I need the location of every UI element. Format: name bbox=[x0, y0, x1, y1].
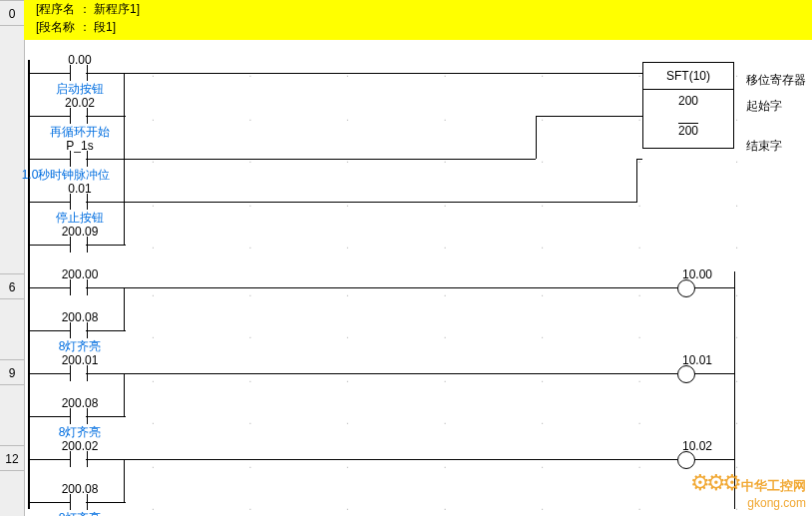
grid-dots: . . . . . . . . . . . . . bbox=[152, 329, 812, 340]
function-operand-start: 200 bbox=[643, 90, 733, 112]
contact-address: P_1s bbox=[50, 139, 110, 153]
contact-address: 200.08 bbox=[50, 310, 110, 324]
program-header: [程序名 ： 新程序1] [段名称 ： 段1] bbox=[24, 0, 812, 40]
section-name: [段名称 ： 段1] bbox=[36, 18, 800, 36]
contact-address: 20.02 bbox=[50, 96, 110, 110]
grid-dots: . . . . . . . . . . . bbox=[152, 198, 812, 209]
gear-icon: ⚙⚙⚙ bbox=[690, 470, 738, 495]
wire bbox=[124, 373, 677, 374]
coil-address: 10.01 bbox=[662, 353, 712, 367]
coil-address: 10.00 bbox=[662, 267, 712, 281]
wire bbox=[124, 287, 677, 288]
wire bbox=[636, 159, 637, 202]
grid-dots: . . . . . . . . . . . . . bbox=[152, 287, 812, 298]
rung-number: 0 bbox=[0, 0, 24, 26]
program-name: [程序名 ： 新程序1] bbox=[36, 0, 800, 18]
main-area: [程序名 ： 新程序1] [段名称 ： 段1] . . . . . . . . … bbox=[24, 0, 812, 516]
operand-desc-end: 结束字 bbox=[746, 138, 782, 155]
contact-address: 200.08 bbox=[50, 396, 110, 410]
wire bbox=[694, 373, 734, 374]
grid-dots: . . . . . . . . . . . . . bbox=[152, 373, 812, 384]
rung-number: 9 bbox=[0, 359, 24, 385]
wire bbox=[124, 73, 642, 74]
rung-number: 12 bbox=[0, 445, 24, 471]
coil-1001[interactable] bbox=[677, 365, 695, 383]
contact-address: 0.01 bbox=[50, 182, 110, 196]
wire bbox=[536, 116, 642, 117]
grid-dots: . . . . . . . . . . . . . bbox=[152, 240, 812, 251]
rung-gutter: 0 6 9 12 bbox=[0, 0, 25, 516]
rung-number: 6 bbox=[0, 273, 24, 299]
function-name: SFT(10) bbox=[643, 63, 733, 90]
contact-label: 8灯齐亮 bbox=[30, 510, 130, 516]
contact-address: 200.08 bbox=[50, 482, 110, 496]
ladder-diagram[interactable]: . . . . . . . . . . . . . . . . . . . . … bbox=[24, 40, 812, 509]
coil-1002[interactable] bbox=[677, 451, 695, 469]
plc-ladder-editor: 0 6 9 12 [程序名 ： 新程序1] [段名称 ： 段1] . . . .… bbox=[0, 0, 812, 516]
grid-dots: . . . . . . . . . . . . . bbox=[152, 459, 812, 470]
wire bbox=[124, 159, 536, 160]
wire bbox=[124, 459, 677, 460]
function-shift-register[interactable]: SFT(10) 200 200 bbox=[642, 62, 734, 149]
watermark: ⚙⚙⚙ 中华工控网 gkong.com bbox=[690, 470, 806, 510]
contact-address: 0.00 bbox=[50, 53, 110, 67]
watermark-text-2: gkong.com bbox=[747, 496, 806, 510]
watermark-text-1: 中华工控网 bbox=[741, 478, 806, 493]
grid-dots: . . . . . . . . . . . . . bbox=[152, 415, 812, 426]
wire bbox=[536, 116, 537, 159]
wire bbox=[636, 159, 642, 160]
contact-address: 200.01 bbox=[50, 353, 110, 367]
wire bbox=[694, 459, 734, 460]
contact-address: 200.09 bbox=[50, 225, 110, 239]
function-desc: 移位寄存器 bbox=[746, 72, 806, 89]
coil-1000[interactable] bbox=[677, 279, 695, 297]
contact-address: 200.00 bbox=[50, 267, 110, 281]
branch-line bbox=[124, 287, 125, 331]
branch-line bbox=[124, 373, 125, 417]
branch-line bbox=[124, 459, 125, 503]
function-operand-end: 200 bbox=[678, 122, 698, 138]
operand-desc-start: 起始字 bbox=[746, 98, 782, 115]
contact-address: 200.02 bbox=[50, 439, 110, 453]
wire bbox=[694, 287, 734, 288]
coil-address: 10.02 bbox=[662, 439, 712, 453]
wire bbox=[124, 202, 637, 203]
